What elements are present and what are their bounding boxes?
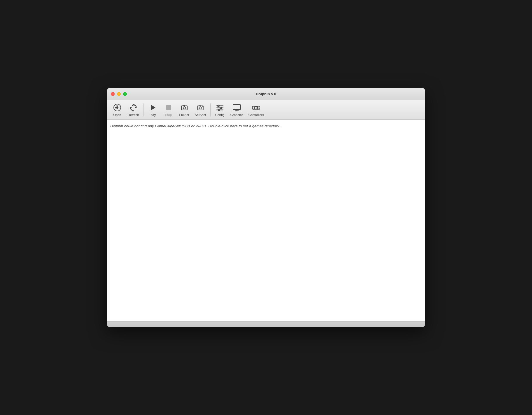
open-label: Open bbox=[113, 113, 121, 117]
separator-1 bbox=[143, 103, 144, 116]
open-button[interactable]: Open bbox=[110, 102, 125, 118]
config-icon bbox=[215, 103, 225, 112]
scrshot-label: ScrShot bbox=[195, 113, 206, 117]
minimize-button[interactable] bbox=[117, 92, 121, 96]
games-list[interactable]: Dolphin could not find any GameCube/Wii … bbox=[107, 120, 425, 321]
play-button[interactable]: Play bbox=[145, 102, 160, 118]
svg-point-10 bbox=[199, 107, 202, 109]
separator-2 bbox=[210, 103, 211, 116]
open-icon bbox=[113, 103, 122, 112]
svg-rect-5 bbox=[166, 105, 171, 110]
graphics-label: Graphics bbox=[230, 113, 243, 117]
config-label: Config bbox=[215, 113, 225, 117]
fullscr-label: FullScr bbox=[179, 113, 189, 117]
svg-point-7 bbox=[183, 107, 186, 109]
graphics-icon bbox=[232, 103, 242, 112]
svg-rect-19 bbox=[233, 105, 241, 110]
svg-point-24 bbox=[257, 107, 258, 108]
config-button[interactable]: Config bbox=[212, 102, 228, 118]
svg-point-12 bbox=[202, 106, 203, 107]
toolbar: Open Refresh bbox=[107, 100, 425, 120]
scrshot-button[interactable]: ScrShot bbox=[192, 102, 209, 118]
svg-marker-4 bbox=[151, 105, 155, 110]
window-controls bbox=[111, 92, 127, 96]
refresh-label: Refresh bbox=[128, 113, 139, 117]
statusbar bbox=[107, 321, 425, 327]
svg-rect-3 bbox=[116, 105, 118, 105]
stop-label: Stop bbox=[165, 113, 172, 117]
controllers-icon bbox=[251, 103, 261, 112]
window-title: Dolphin 5.0 bbox=[256, 92, 276, 96]
svg-rect-2 bbox=[115, 107, 116, 108]
svg-point-25 bbox=[258, 108, 259, 108]
svg-point-26 bbox=[257, 108, 258, 109]
graphics-button[interactable]: Graphics bbox=[228, 102, 246, 118]
controllers-label: Controllers bbox=[249, 113, 264, 117]
empty-message: Dolphin could not find any GameCube/Wii … bbox=[107, 120, 425, 132]
main-window: Dolphin 5.0 Open bbox=[107, 88, 425, 327]
play-label: Play bbox=[150, 113, 156, 117]
close-button[interactable] bbox=[111, 92, 115, 96]
stop-button[interactable]: Stop bbox=[161, 102, 176, 118]
refresh-button[interactable]: Refresh bbox=[125, 102, 141, 118]
play-icon bbox=[148, 103, 158, 112]
svg-point-1 bbox=[116, 106, 118, 109]
stop-icon bbox=[164, 103, 173, 112]
titlebar: Dolphin 5.0 bbox=[107, 88, 425, 100]
maximize-button[interactable] bbox=[123, 92, 127, 96]
refresh-icon bbox=[129, 103, 138, 112]
controllers-button[interactable]: Controllers bbox=[246, 102, 266, 118]
scrshot-icon bbox=[196, 103, 205, 112]
fullscr-button[interactable]: FullScr bbox=[177, 102, 192, 118]
fullscr-icon bbox=[180, 103, 189, 112]
svg-point-27 bbox=[256, 108, 257, 108]
